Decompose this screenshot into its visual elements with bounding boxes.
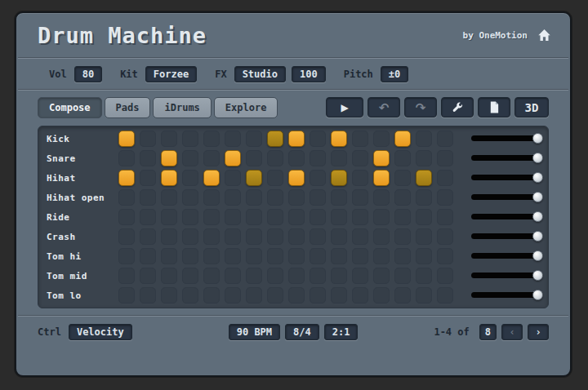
step-cell[interactable] (246, 150, 262, 166)
step-cell[interactable] (373, 248, 390, 264)
step-cell[interactable] (437, 228, 453, 245)
step-cell[interactable] (331, 150, 347, 166)
step-cell[interactable] (310, 268, 326, 284)
velocity-slider[interactable] (471, 286, 543, 305)
step-cell[interactable] (394, 287, 411, 304)
step-cell[interactable] (118, 189, 135, 206)
step-cell[interactable] (182, 228, 198, 245)
step-cell[interactable] (140, 228, 156, 245)
slider-knob[interactable] (532, 231, 543, 242)
step-cell[interactable] (416, 189, 432, 206)
velocity-slider[interactable] (471, 227, 543, 246)
step-cell[interactable] (310, 228, 326, 245)
step-cell[interactable] (288, 150, 305, 166)
step-cell[interactable] (331, 189, 347, 206)
step-cell[interactable] (203, 287, 220, 304)
step-cell[interactable] (140, 189, 156, 206)
step-cell[interactable] (140, 150, 156, 166)
home-button[interactable] (536, 27, 552, 43)
step-cell[interactable] (437, 209, 453, 225)
step-cell[interactable] (267, 268, 283, 284)
step-cell[interactable] (225, 228, 241, 245)
step-cell[interactable] (352, 189, 368, 206)
step-cell[interactable] (310, 209, 326, 225)
step-cell[interactable] (246, 131, 262, 147)
slider-knob[interactable] (532, 211, 543, 222)
step-cell[interactable] (225, 150, 241, 166)
step-cell[interactable] (182, 287, 198, 304)
step-cell[interactable] (161, 287, 177, 304)
slider-knob[interactable] (532, 133, 543, 144)
bpm-value[interactable]: 90 BPM (229, 324, 280, 340)
step-cell[interactable] (352, 228, 368, 245)
play-button[interactable]: ▶ (326, 97, 363, 117)
step-cell[interactable] (416, 287, 432, 304)
step-cell[interactable] (416, 248, 432, 264)
step-cell[interactable] (203, 228, 220, 245)
velocity-slider[interactable] (471, 246, 543, 266)
step-cell[interactable] (394, 170, 411, 186)
step-cell[interactable] (373, 228, 390, 245)
step-cell[interactable] (267, 170, 283, 186)
step-cell[interactable] (225, 170, 241, 186)
step-cell[interactable] (118, 150, 135, 166)
undo-button[interactable]: ↶ (368, 97, 400, 117)
step-cell[interactable] (352, 170, 368, 186)
slider-knob[interactable] (532, 250, 543, 261)
velocity-slider[interactable] (471, 129, 543, 148)
step-cell[interactable] (246, 170, 262, 186)
step-cell[interactable] (437, 189, 453, 206)
step-cell[interactable] (140, 170, 156, 186)
step-cell[interactable] (416, 209, 432, 225)
prev-page-button[interactable]: ‹ (501, 324, 523, 340)
step-cell[interactable] (352, 209, 368, 225)
step-cell[interactable] (394, 209, 411, 225)
ctrl-mode-select[interactable]: Velocity (69, 324, 132, 340)
step-cell[interactable] (140, 287, 156, 304)
step-cell[interactable] (310, 131, 326, 147)
fx-select[interactable]: Studio (234, 66, 286, 82)
pages-total[interactable]: 8 (479, 324, 497, 340)
step-cell[interactable] (203, 189, 220, 206)
step-cell[interactable] (161, 228, 177, 245)
step-cell[interactable] (267, 150, 283, 166)
step-cell[interactable] (288, 228, 305, 245)
step-cell[interactable] (288, 248, 305, 264)
slider-knob[interactable] (532, 172, 543, 183)
slider-knob[interactable] (532, 153, 543, 163)
step-cell[interactable] (352, 287, 368, 304)
step-cell[interactable] (416, 228, 432, 245)
step-cell[interactable] (140, 209, 156, 225)
step-cell[interactable] (140, 131, 156, 147)
step-cell[interactable] (161, 170, 177, 186)
step-cell[interactable] (161, 150, 177, 166)
step-cell[interactable] (267, 228, 283, 245)
step-cell[interactable] (310, 248, 326, 264)
step-cell[interactable] (267, 131, 283, 147)
pitch-value[interactable]: ±0 (381, 66, 408, 82)
step-cell[interactable] (118, 209, 135, 225)
step-cell[interactable] (140, 248, 156, 264)
step-cell[interactable] (437, 170, 453, 186)
step-cell[interactable] (203, 131, 220, 147)
velocity-slider[interactable] (471, 266, 543, 286)
tools-button[interactable] (441, 97, 474, 117)
step-cell[interactable] (416, 150, 432, 166)
step-cell[interactable] (394, 189, 411, 206)
step-cell[interactable] (288, 268, 305, 284)
step-cell[interactable] (352, 268, 368, 284)
step-cell[interactable] (118, 228, 135, 245)
step-cell[interactable] (352, 150, 368, 166)
step-cell[interactable] (267, 189, 283, 206)
step-cell[interactable] (437, 268, 453, 284)
file-button[interactable] (478, 97, 510, 117)
step-cell[interactable] (331, 170, 347, 186)
step-cell[interactable] (182, 189, 198, 206)
step-cell[interactable] (373, 209, 390, 225)
vol-value[interactable]: 80 (74, 66, 102, 82)
step-cell[interactable] (373, 170, 390, 186)
step-cell[interactable] (182, 268, 198, 284)
step-cell[interactable] (394, 228, 411, 245)
step-cell[interactable] (225, 268, 241, 284)
step-cell[interactable] (225, 287, 241, 304)
